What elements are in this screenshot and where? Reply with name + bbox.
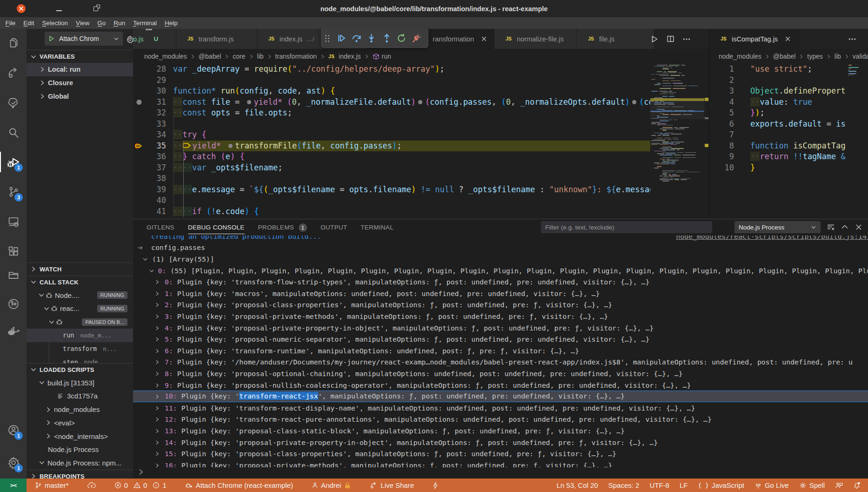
- status-problems[interactable]: 001: [114, 481, 167, 489]
- console-stdout-row[interactable]: creating an optimized production build..…: [133, 236, 868, 242]
- debug-gear-icon[interactable]: [126, 35, 133, 45]
- window-close-button[interactable]: [17, 4, 26, 13]
- status-live-share[interactable]: Live Share: [370, 481, 414, 489]
- menu-item-edit[interactable]: Edit: [20, 20, 38, 27]
- section-call-stack[interactable]: CALL STACK: [27, 276, 133, 289]
- console-value-row[interactable]: 16: Plugin {key: 'proposal-private-metho…: [133, 460, 868, 467]
- status-publish[interactable]: [87, 482, 96, 489]
- activity-item-docker[interactable]: [0, 320, 27, 344]
- debug-step-out-button[interactable]: [379, 30, 394, 46]
- loaded-script-item[interactable]: Node.js Process: npm...: [27, 456, 133, 470]
- more-icon[interactable]: [848, 35, 856, 43]
- menu-item-terminal[interactable]: Terminal: [129, 20, 160, 27]
- console-twisty-icon[interactable]: [154, 460, 160, 467]
- console-twisty-icon[interactable]: [154, 276, 160, 288]
- console-value-row[interactable]: (1) [Array(55)]: [133, 254, 868, 265]
- status-language[interactable]: { }JavaScript: [698, 481, 744, 489]
- console-twisty-icon[interactable]: [154, 391, 160, 402]
- breadcrumb-core[interactable]: core: [233, 53, 245, 60]
- tab-normalize-file-js[interactable]: normalize-file.js: [494, 29, 577, 49]
- menu-item-go[interactable]: Go: [93, 20, 110, 27]
- console-source-link[interactable]: node_modules/react-scripts/scripts/build…: [676, 236, 868, 242]
- breadcrumb-run[interactable]: run: [373, 53, 391, 60]
- clear-console-icon[interactable]: [827, 223, 835, 231]
- activity-item-github[interactable]: [0, 292, 27, 316]
- panel-tab-debug-console[interactable]: DEBUG CONSOLE: [188, 219, 245, 236]
- panel-tab-terminal[interactable]: TERMINAL: [361, 219, 394, 236]
- console-value-row[interactable]: 6: Plugin {key: 'transform-runtime', man…: [133, 345, 868, 357]
- activity-item-source-control[interactable]: 3: [0, 180, 27, 204]
- activity-item-project-manager[interactable]: [0, 263, 27, 287]
- menu-item-view[interactable]: View: [72, 20, 93, 27]
- activity-item-search[interactable]: [0, 121, 27, 145]
- activity-item-liveshare[interactable]: [0, 61, 27, 85]
- console-value-row[interactable]: 15: Plugin {key: 'proposal-class-propert…: [133, 448, 868, 460]
- more-icon[interactable]: [682, 35, 691, 43]
- callstack-frame-step[interactable]: stepnode: [27, 355, 133, 363]
- console-twisty-icon[interactable]: [154, 334, 160, 345]
- console-value-row[interactable]: 3: Plugin {key: 'proposal-private-method…: [133, 311, 868, 323]
- loaded-script-item[interactable]: build.js [31353]: [27, 376, 133, 390]
- console-twisty-icon[interactable]: [154, 368, 160, 380]
- window-maximize-button[interactable]: [93, 5, 100, 11]
- console-value-row[interactable]: 0: (55) [Plugin, Plugin, Plugin, Plugin,…: [133, 265, 868, 277]
- console-filter-input[interactable]: Filter (e.g. text, !exclude): [541, 221, 712, 233]
- status-notifications[interactable]: [853, 481, 861, 489]
- console-value-row[interactable]: 2: Plugin {key: 'proposal-class-properti…: [133, 299, 868, 311]
- tab-o-js[interactable]: o.jsU: [133, 29, 176, 49]
- code-editor-2[interactable]: 1"use strict";23Object.defineProperty(ex…: [709, 64, 868, 219]
- console-twisty-icon[interactable]: [154, 311, 160, 323]
- activity-item-accounts[interactable]: 1: [0, 418, 27, 442]
- panel-tab-gitlens[interactable]: GITLENS: [147, 219, 174, 236]
- console-value-row[interactable]: 7: Plugin {key: '/home/anduser/Documents…: [133, 357, 868, 368]
- tab-iscompattag-js[interactable]: isCompatTag.js: [709, 29, 800, 49]
- status-debug-session[interactable]: Attach Chrome (react-example): [185, 481, 293, 489]
- minimap-slider[interactable]: [650, 100, 704, 119]
- minimap-1[interactable]: [650, 64, 704, 219]
- breadcrumb-lib[interactable]: lib: [835, 53, 841, 60]
- variables-scope-global[interactable]: Global: [27, 89, 133, 103]
- activity-item-run-debug[interactable]: 1: [0, 150, 27, 174]
- console-value-row[interactable]: 4: Plugin {key: 'proposal-private-proper…: [133, 323, 868, 334]
- menu-item-run[interactable]: Run: [110, 20, 129, 27]
- debug-step-over-button[interactable]: [349, 30, 364, 46]
- callstack-session[interactable]: reac...RUNNING: [27, 302, 133, 316]
- debug-disconnect-button[interactable]: [409, 30, 424, 46]
- console-value-row[interactable]: 11: Plugin {key: 'transform-react-displa…: [133, 403, 868, 414]
- tab-transform-js[interactable]: transform.js: [176, 29, 257, 49]
- loaded-script-item[interactable]: 3cd1757a: [27, 390, 133, 403]
- console-value-row[interactable]: 0: Plugin {key: 'transform-flow-strip-ty…: [133, 276, 868, 288]
- tab-close-icon[interactable]: [481, 35, 487, 42]
- console-twisty-icon[interactable]: [154, 380, 160, 391]
- activity-item-testing[interactable]: [0, 91, 27, 115]
- activity-item-remote-explorer[interactable]: [0, 209, 27, 234]
- tab-file-js[interactable]: file.js: [577, 29, 654, 49]
- run-icon[interactable]: [650, 35, 659, 43]
- section-watch[interactable]: WATCH: [27, 263, 133, 276]
- section-breakpoints[interactable]: BREAKPOINTS: [27, 470, 133, 479]
- debug-restart-button[interactable]: [394, 30, 409, 46]
- debug-console-input[interactable]: [133, 467, 868, 479]
- console-value-row[interactable]: 9: Plugin {key: 'proposal-nullish-coales…: [133, 380, 868, 391]
- console-twisty-icon[interactable]: [154, 403, 160, 414]
- toolbar-drag-handle[interactable]: [325, 35, 329, 42]
- breadcrumb-babel[interactable]: @babel: [199, 53, 221, 60]
- split-icon[interactable]: [667, 35, 674, 43]
- callstack-frame-transform[interactable]: transformn...: [27, 342, 133, 356]
- variables-scope-localrun[interactable]: Local: run: [27, 63, 133, 76]
- loaded-script-item[interactable]: Node.js Process: [27, 443, 133, 456]
- console-value-row[interactable]: 12: Plugin {key: 'transform-react-pure-a…: [133, 414, 868, 425]
- status-git-branch[interactable]: master*: [35, 481, 69, 489]
- status-indentation[interactable]: Spaces: 2: [608, 481, 640, 489]
- status-feedback[interactable]: [835, 482, 843, 489]
- console-twisty-icon[interactable]: [154, 437, 160, 449]
- panel-tab-output[interactable]: OUTPUT: [320, 219, 347, 236]
- section-variables[interactable]: VARIABLES: [27, 50, 133, 63]
- callstack-session[interactable]: Node....RUNNING: [27, 289, 133, 302]
- breadcrumb-indexjs[interactable]: index.js: [328, 53, 361, 61]
- activity-item-explorer[interactable]: [0, 31, 27, 55]
- breadcrumb-babel[interactable]: @babel: [773, 53, 795, 60]
- loaded-script-item[interactable]: <eval>: [27, 416, 133, 430]
- status-liveshare-user[interactable]: Andrei: [312, 481, 351, 489]
- breadcrumb-types[interactable]: types: [807, 53, 822, 60]
